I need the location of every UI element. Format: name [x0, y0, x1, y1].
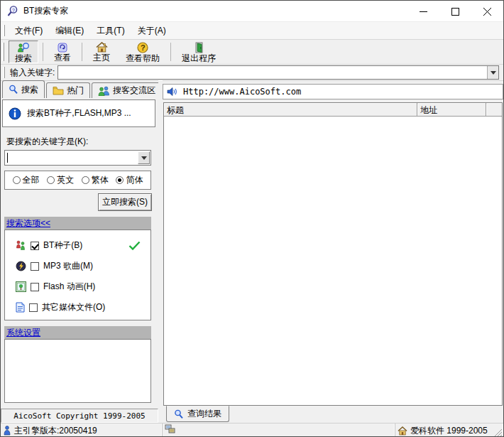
maximize-button[interactable]: [439, 1, 471, 22]
toolbar: 搜索 查看 主页: [1, 40, 503, 65]
url-text: Http://www.AicoSoft.com: [183, 87, 301, 97]
radio-all-label: 全部: [23, 174, 40, 186]
home-icon: [96, 42, 108, 53]
tab-forum-label: 搜客交流区: [113, 85, 155, 97]
app-magnifier-icon: ?: [6, 5, 19, 18]
option-bt-torrent[interactable]: BT种子(B): [5, 235, 150, 256]
info-banner: 搜索BT种子,FLASH,MP3 ...: [2, 99, 155, 127]
url-banner: Http://www.AicoSoft.com: [163, 84, 503, 99]
mp3-checkbox[interactable]: [31, 262, 39, 271]
panel-splitter[interactable]: [158, 80, 163, 408]
exit-door-icon: [195, 42, 204, 53]
info-text: 搜索BT种子,FLASH,MP3 ...: [27, 107, 131, 119]
toolbar-home-label: 主页: [93, 53, 110, 63]
minimize-button[interactable]: [407, 1, 439, 22]
radio-circle: [82, 176, 89, 184]
search-icon: [174, 409, 184, 419]
system-settings-link[interactable]: 系统设置: [6, 327, 40, 339]
menu-edit[interactable]: 编辑(E): [49, 23, 90, 39]
other-media-checkbox[interactable]: [29, 303, 38, 312]
tab-hot-label: 热门: [67, 85, 84, 97]
toolbar-separator: [43, 43, 43, 61]
tab-search[interactable]: 搜索: [2, 80, 45, 98]
toolbar-view-button[interactable]: 查看: [48, 41, 77, 63]
speaker-icon: [167, 87, 178, 97]
keyword-grip-handle[interactable]: [3, 67, 5, 78]
option-flash[interactable]: Flash 动画(H): [5, 276, 150, 297]
radio-simplified-label: 简体: [126, 174, 143, 186]
toolbar-grip-handle[interactable]: [2, 43, 4, 61]
toolbar-search-label: 搜索: [15, 53, 32, 63]
keyword-dropdown-button[interactable]: [487, 66, 498, 79]
radio-simplified[interactable]: 简体: [116, 174, 143, 186]
column-header-title[interactable]: 标题: [164, 103, 417, 116]
computers-icon: [165, 424, 175, 434]
search-now-button[interactable]: 立即搜索(S): [98, 193, 152, 211]
toolbar-view-label: 查看: [54, 53, 71, 63]
search-options-link[interactable]: 搜索选项<<: [6, 217, 50, 230]
radio-traditional[interactable]: 繁体: [82, 174, 109, 186]
language-radio-group: 全部 英文 繁体 简体: [4, 171, 151, 190]
svg-text:?: ?: [12, 7, 15, 12]
window-title: BT搜索专家: [23, 5, 68, 17]
keyword-combobox[interactable]: [57, 65, 499, 80]
toolbar-search-button[interactable]: 搜索: [9, 41, 38, 63]
results-table-body[interactable]: [164, 117, 502, 405]
flash-checkbox[interactable]: [31, 283, 39, 291]
option-mp3[interactable]: MP3 歌曲(M): [5, 256, 150, 276]
people-icon: [98, 86, 110, 96]
tab-forum[interactable]: 搜客交流区: [92, 82, 162, 98]
green-check-icon: [128, 241, 141, 250]
folder-icon: [53, 86, 64, 95]
toolbar-separator: [82, 43, 82, 61]
person-search-icon: [16, 42, 31, 53]
system-settings-header: 系统设置: [4, 326, 151, 339]
menu-grip-handle[interactable]: [3, 25, 5, 36]
search-icon: [9, 85, 18, 95]
close-button[interactable]: [471, 1, 503, 22]
text-caret: [7, 153, 8, 163]
radio-all[interactable]: 全部: [13, 174, 40, 186]
radio-english-label: 英文: [57, 174, 74, 186]
chevron-down-icon: [491, 71, 496, 75]
search-keyword-label: 要搜索的关键字是(K):: [6, 136, 88, 148]
status-company-section: 爱科软件 1999-2005: [395, 423, 503, 437]
title-bar: ? BT搜索专家: [1, 1, 503, 22]
toolbar-exit-label: 退出程序: [182, 53, 216, 63]
chevron-down-icon: [141, 156, 147, 160]
house-status-icon: [398, 426, 407, 436]
toolbar-help-button[interactable]: ? 查看帮助: [119, 41, 166, 63]
left-tab-strip: 搜索 热门 搜客交流区: [2, 80, 163, 98]
app-window: ? BT搜索专家 文件(F) 编辑(E) 工具(T) 关于(A): [0, 0, 504, 437]
toolbar-exit-button[interactable]: 退出程序: [175, 41, 222, 63]
view-icon: [57, 42, 67, 53]
radio-english[interactable]: 英文: [47, 174, 74, 186]
search-keyword-dropdown-button[interactable]: [138, 151, 150, 164]
tab-query-results[interactable]: 查询结果: [166, 406, 229, 422]
tab-hot[interactable]: 热门: [46, 82, 90, 98]
menu-bar: 文件(F) 编辑(E) 工具(T) 关于(A): [1, 22, 503, 40]
radio-circle: [116, 176, 124, 184]
resize-grip[interactable]: [493, 427, 503, 437]
radio-traditional-label: 繁体: [92, 174, 109, 186]
option-bt-label: BT种子(B): [43, 239, 82, 252]
mp3-icon: [16, 261, 26, 271]
option-other-media[interactable]: 其它媒体文件(O): [5, 297, 150, 318]
menu-tools[interactable]: 工具(T): [90, 23, 131, 39]
status-engine-section: 主引擎版本:20050419: [1, 423, 163, 437]
search-keyword-combobox[interactable]: [4, 150, 151, 166]
radio-circle: [13, 176, 21, 184]
status-network-section: [163, 423, 395, 437]
bt-torrent-icon: [16, 240, 26, 251]
menu-about[interactable]: 关于(A): [131, 23, 172, 39]
tab-query-results-label: 查询结果: [187, 408, 221, 420]
svg-text:?: ?: [141, 43, 146, 52]
keyword-bar: 输入关键字:: [1, 65, 503, 81]
menu-file[interactable]: 文件(F): [9, 23, 49, 39]
option-flash-label: Flash 动画(H): [43, 281, 95, 293]
column-header-spacer: [486, 103, 502, 116]
toolbar-home-button[interactable]: 主页: [87, 41, 116, 63]
bt-torrent-checkbox[interactable]: [31, 242, 39, 250]
column-header-address[interactable]: 地址: [417, 103, 486, 116]
results-table: 标题 地址: [163, 102, 503, 406]
